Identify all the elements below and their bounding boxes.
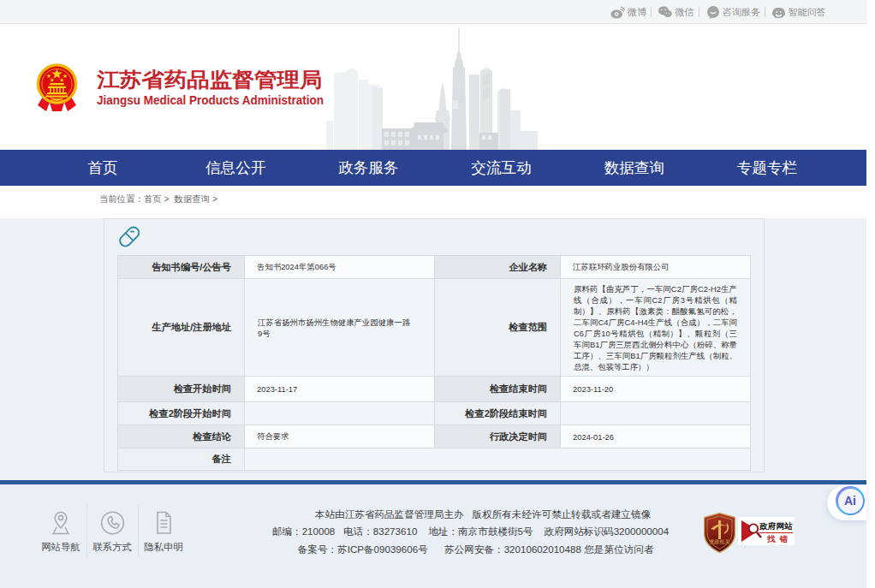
svg-text:党政机关: 党政机关 <box>710 538 730 545</box>
